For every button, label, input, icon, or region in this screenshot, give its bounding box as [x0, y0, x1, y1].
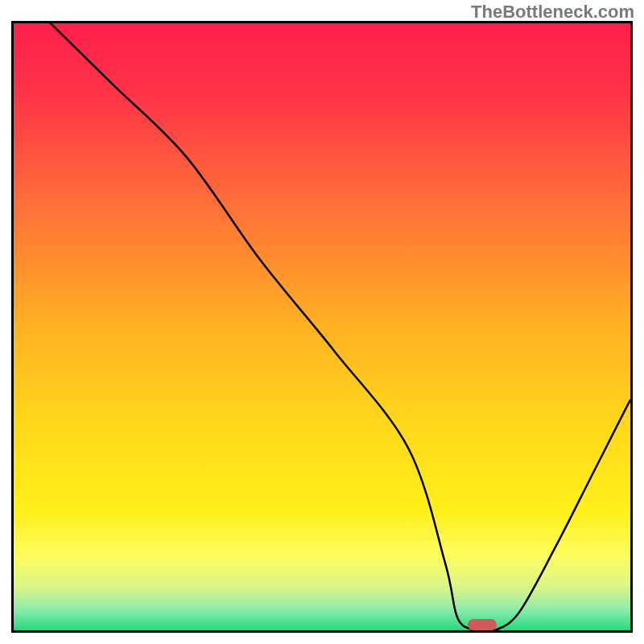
- optimal-marker: [468, 619, 497, 630]
- bottleneck-curve: [14, 23, 630, 630]
- chart-container: TheBottleneck.com: [0, 0, 644, 644]
- watermark-label: TheBottleneck.com: [471, 2, 634, 23]
- chart-frame: [11, 21, 633, 633]
